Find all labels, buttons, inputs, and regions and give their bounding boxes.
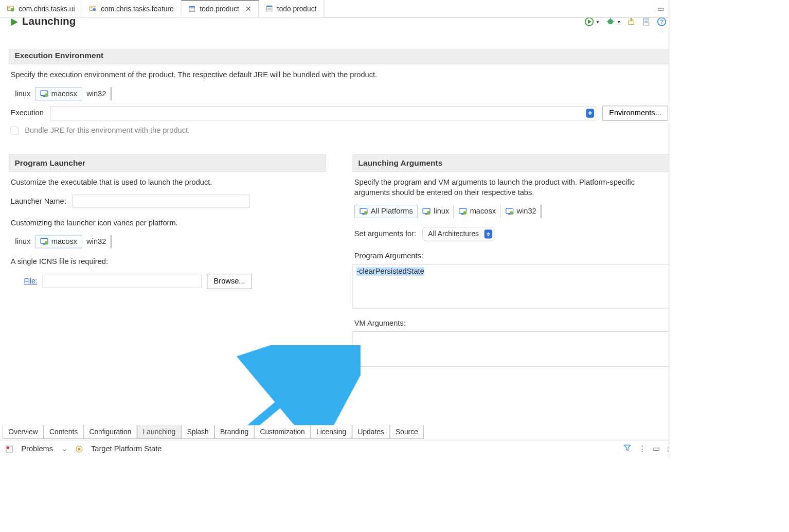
- editor-tab-product-active[interactable]: todo.product ✕: [181, 0, 258, 17]
- os-tab-label: win32: [86, 90, 106, 98]
- os-tab-label: macosx: [51, 237, 77, 246]
- views-bar: Problems ⌄ Target Platform State ⋮ ▭ ◻: [0, 440, 678, 457]
- right-gutter: [669, 0, 678, 457]
- target-icon: [75, 445, 83, 453]
- tab-splash[interactable]: Splash: [181, 425, 214, 439]
- page-toolbar: ▼ ▼: [585, 17, 670, 27]
- minimize-icon[interactable]: ▭: [657, 5, 664, 13]
- tab-contents[interactable]: Contents: [44, 425, 83, 439]
- args-header: Launching Arguments: [352, 154, 670, 172]
- view-target-platform[interactable]: Target Platform State: [91, 445, 162, 453]
- view-menu-icon[interactable]: ⋮: [638, 444, 646, 453]
- monitor-icon: [505, 208, 514, 216]
- problems-icon: [5, 445, 13, 453]
- exec-env-os-tabs: linux macosx win32: [11, 87, 670, 100]
- monitor-icon: [40, 238, 48, 245]
- os-tab-macosx[interactable]: macosx: [35, 235, 82, 249]
- architecture-select[interactable]: All Architectures: [422, 227, 494, 242]
- exec-env-desc: Specify the execution environment of the…: [11, 69, 668, 80]
- environments-button[interactable]: Environments...: [602, 105, 668, 120]
- browse-button[interactable]: Browse...: [207, 274, 252, 289]
- editor-tab-product[interactable]: todo.product: [259, 0, 324, 17]
- execution-combo[interactable]: [50, 106, 596, 120]
- tab-licensing[interactable]: Licensing: [311, 425, 352, 439]
- platform-tab-label: macosx: [470, 207, 496, 216]
- platform-tab-all[interactable]: All Platforms: [354, 205, 418, 219]
- architecture-selected: All Architectures: [428, 230, 479, 238]
- tab-configuration[interactable]: Configuration: [83, 425, 137, 439]
- os-tab-win32[interactable]: win32: [82, 87, 112, 100]
- editor-tab-label: todo.product: [277, 5, 316, 12]
- platform-tab-label: All Platforms: [371, 207, 413, 216]
- program-args-textarea[interactable]: -clearPersistedState: [352, 264, 670, 309]
- help-button[interactable]: [657, 17, 666, 27]
- bundle-jre-label: Bundle JRE for this environment with the…: [25, 126, 190, 135]
- editor-tab-feature[interactable]: com.chris.tasks.feature: [82, 0, 181, 17]
- monitor-icon: [359, 208, 368, 216]
- product-icon: [188, 5, 196, 13]
- tab-overview[interactable]: Overview: [3, 425, 44, 439]
- debug-button[interactable]: [606, 17, 615, 27]
- close-icon[interactable]: ✕: [245, 5, 251, 13]
- tab-updates[interactable]: Updates: [352, 425, 390, 439]
- run-arrow-icon: [9, 17, 20, 27]
- launcher-icon-note: Customizing the launcher icon varies per…: [11, 218, 325, 228]
- editor-tab-label: com.chris.tasks.feature: [101, 5, 173, 12]
- icns-note: A single ICNS file is required:: [11, 256, 325, 267]
- platform-tab-label: win32: [516, 207, 536, 216]
- monitor-icon: [422, 208, 431, 216]
- doc-button[interactable]: [642, 17, 651, 27]
- editor-tab-bar: com.chris.tasks.ui com.chris.tasks.featu…: [0, 0, 678, 17]
- dropdown-caret-icon[interactable]: ▼: [596, 20, 600, 24]
- platform-tab-label: linux: [434, 207, 449, 216]
- run-button[interactable]: [585, 17, 594, 27]
- launcher-name-label: Launcher Name:: [11, 197, 66, 205]
- editor-tab-label: com.chris.tasks.ui: [19, 5, 75, 12]
- args-desc: Specify the program and VM arguments to …: [354, 177, 668, 198]
- os-tab-label: linux: [15, 237, 30, 246]
- export-button[interactable]: [627, 17, 636, 27]
- vm-args-label: VM Arguments:: [354, 319, 668, 328]
- bundle-jre-checkbox[interactable]: [11, 127, 19, 134]
- os-tab-label: linux: [15, 90, 30, 98]
- view-problems[interactable]: Problems: [21, 445, 53, 453]
- tab-customization[interactable]: Customization: [254, 425, 311, 439]
- program-args-value: -clearPersistedState: [356, 268, 424, 276]
- args-platform-tabs: All Platforms linux macosx win32: [354, 205, 670, 219]
- platform-tab-win32[interactable]: win32: [500, 205, 541, 219]
- os-tab-linux[interactable]: linux: [11, 235, 35, 249]
- os-tab-macosx[interactable]: macosx: [35, 87, 82, 100]
- minimize-icon[interactable]: ▭: [653, 444, 660, 453]
- editor-tab-label: todo.product: [200, 5, 239, 13]
- tab-launching[interactable]: Launching: [137, 425, 182, 439]
- page-title: Launching: [22, 17, 76, 27]
- execution-label: Execution: [11, 109, 44, 117]
- monitor-icon: [458, 208, 467, 216]
- launcher-header: Program Launcher: [9, 154, 326, 172]
- chevron-down-icon[interactable]: ⌄: [61, 444, 67, 453]
- product-icon: [266, 5, 274, 12]
- exec-env-header: Execution Environment: [9, 47, 670, 64]
- os-tab-win32[interactable]: win32: [82, 235, 112, 249]
- tab-source[interactable]: Source: [390, 425, 424, 439]
- dropdown-caret-icon[interactable]: ▼: [617, 20, 621, 24]
- program-args-label: Program Arguments:: [354, 252, 668, 261]
- platform-tab-macosx[interactable]: macosx: [454, 205, 501, 219]
- set-args-label: Set arguments for:: [354, 230, 416, 239]
- filter-button[interactable]: [623, 444, 631, 454]
- tab-branding[interactable]: Branding: [214, 425, 254, 439]
- monitor-icon: [40, 90, 48, 97]
- launcher-os-tabs: linux macosx win32: [11, 235, 326, 249]
- launcher-name-input[interactable]: [73, 194, 249, 208]
- platform-tab-linux[interactable]: linux: [418, 205, 454, 219]
- os-tab-label: win32: [86, 237, 106, 246]
- file-link[interactable]: File:: [24, 277, 37, 285]
- vm-args-textarea[interactable]: [352, 331, 670, 367]
- svg-marker-30: [11, 19, 17, 26]
- os-tab-linux[interactable]: linux: [11, 87, 35, 100]
- icns-file-input[interactable]: [43, 275, 202, 288]
- editor-content: Launching ▼ ▼ Execution Environment Spec…: [0, 17, 678, 429]
- editor-tab-ui[interactable]: com.chris.tasks.ui: [0, 0, 82, 17]
- plugin-icon: [7, 5, 15, 12]
- launcher-desc: Customize the executable that is used to…: [11, 177, 325, 187]
